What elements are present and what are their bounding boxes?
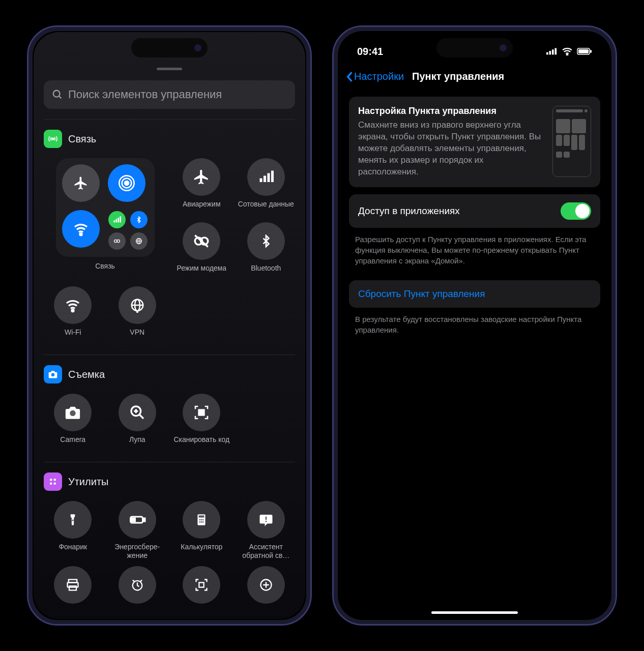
svg-rect-65 [549, 51, 551, 54]
svg-rect-35 [202, 410, 204, 412]
magnifier-icon [119, 394, 156, 431]
home-indicator[interactable] [431, 611, 518, 614]
plus-icon [247, 566, 285, 604]
tile-label: VPN [130, 328, 144, 344]
svg-point-39 [54, 479, 56, 481]
svg-rect-9 [118, 218, 120, 222]
tile-assistant[interactable]: Ассистент обратной св… [237, 501, 296, 560]
antenna-icon [44, 130, 62, 148]
section-header-capture: Съемка [44, 365, 295, 383]
nav-bar: Настройки Пункт управления [339, 67, 610, 90]
svg-line-31 [139, 415, 143, 419]
control-center-preview [552, 106, 591, 177]
svg-point-28 [51, 373, 55, 377]
card-body: Смахните вниз из правого верхнего угла э… [358, 120, 544, 178]
battery-icon [119, 501, 156, 539]
svg-rect-7 [114, 220, 115, 222]
grabber[interactable] [157, 68, 182, 70]
svg-rect-37 [202, 413, 204, 415]
connectivity-cluster[interactable] [56, 158, 155, 257]
calculator-icon [183, 501, 220, 539]
svg-point-50 [202, 519, 204, 521]
tile-label: Режим модема [177, 264, 226, 280]
svg-point-38 [50, 479, 52, 481]
wifi-toggle[interactable] [62, 210, 100, 248]
tile-label: Сотовые данные [238, 200, 294, 216]
tile-partial-2[interactable] [108, 566, 167, 604]
dynamic-island [131, 38, 208, 57]
settings-screen: 09:41 Настройки Пункт управления Настрой… [339, 32, 610, 619]
tile-airplane[interactable]: Авиарежим [172, 158, 231, 216]
tile-label: Авиарежим [183, 200, 221, 216]
section-header-connectivity: Связь [44, 130, 295, 148]
svg-rect-55 [266, 521, 267, 522]
access-toggle[interactable] [561, 202, 591, 220]
svg-rect-44 [143, 518, 145, 521]
info-card: Настройка Пункта управления Смахните вни… [349, 97, 600, 187]
svg-rect-34 [199, 410, 201, 412]
tile-partial-1[interactable] [44, 566, 102, 604]
svg-rect-71 [590, 50, 592, 53]
dynamic-island [436, 38, 513, 57]
reset-button[interactable]: Сбросить Пункт управления [349, 280, 600, 308]
svg-point-3 [125, 181, 129, 185]
tile-calculator[interactable]: Калькулятор [172, 501, 231, 560]
scan-doc-icon [183, 566, 220, 604]
phone-left: Поиск элементов управления Связь [27, 25, 312, 626]
qr-icon [183, 394, 220, 431]
phone-right: 09:41 Настройки Пункт управления Настрой… [332, 25, 617, 626]
svg-rect-17 [264, 176, 266, 183]
svg-point-42 [72, 519, 74, 521]
svg-point-51 [199, 521, 201, 523]
svg-rect-60 [199, 582, 204, 587]
section-title: Съемка [68, 369, 105, 380]
tile-label: Сканировать код [173, 435, 229, 452]
reset-label: Сбросить Пункт управления [358, 288, 485, 299]
hotspot-icon [183, 222, 220, 260]
wifi-status-icon [562, 47, 573, 55]
svg-line-1 [59, 96, 62, 99]
access-footer: Разрешить доступ к Пункту управления в п… [339, 231, 610, 273]
search-icon [52, 89, 63, 100]
vpn-icon [119, 286, 156, 324]
bluetooth-mini-icon[interactable] [130, 211, 148, 228]
tile-label: Camera [60, 435, 85, 452]
tile-magnifier[interactable]: Лупа [108, 394, 167, 452]
svg-point-12 [117, 240, 120, 243]
hotspot-mini-icon[interactable] [108, 232, 126, 250]
tile-wifi[interactable]: Wi-Fi [44, 286, 102, 344]
back-button[interactable]: Настройки [346, 71, 404, 82]
svg-point-0 [53, 91, 60, 97]
tile-scan-code[interactable]: Сканировать код [172, 394, 231, 452]
tile-bluetooth[interactable]: Bluetooth [237, 222, 296, 280]
svg-rect-66 [552, 49, 554, 54]
tile-partial-4[interactable] [237, 566, 296, 604]
svg-rect-67 [555, 48, 557, 55]
tile-partial-3[interactable] [172, 566, 231, 604]
vpn-mini-icon[interactable] [130, 232, 148, 250]
tile-vpn[interactable]: VPN [108, 286, 167, 344]
airplane-toggle[interactable] [62, 164, 100, 202]
airplane-icon [183, 158, 220, 196]
tile-label: Калькулятор [181, 543, 222, 559]
battery-status-icon [577, 48, 592, 55]
search-input[interactable]: Поиск элементов управления [44, 80, 295, 109]
svg-rect-54 [266, 517, 267, 520]
cellular-mini-icon[interactable] [108, 211, 126, 228]
tile-camera[interactable]: Camera [44, 394, 102, 452]
tile-hotspot[interactable]: Режим модема [172, 222, 231, 280]
tile-flashlight[interactable]: Фонарик [44, 501, 102, 560]
access-label: Доступ в приложениях [358, 205, 460, 217]
bluetooth-icon [247, 222, 285, 260]
svg-point-29 [70, 410, 76, 416]
svg-rect-64 [546, 52, 548, 55]
cluster-label: Связь [95, 262, 115, 278]
airdrop-toggle[interactable] [108, 164, 145, 202]
section-capture: Съемка Camera Лупа [34, 355, 305, 462]
svg-point-52 [201, 521, 202, 523]
grid-header-icon [44, 472, 62, 491]
tile-cellular[interactable]: Сотовые данные [237, 158, 296, 216]
tile-label: Энергосбере­жение [108, 543, 167, 560]
section-title: Утилиты [68, 476, 108, 488]
tile-low-power[interactable]: Энергосбере­жение [108, 501, 167, 560]
